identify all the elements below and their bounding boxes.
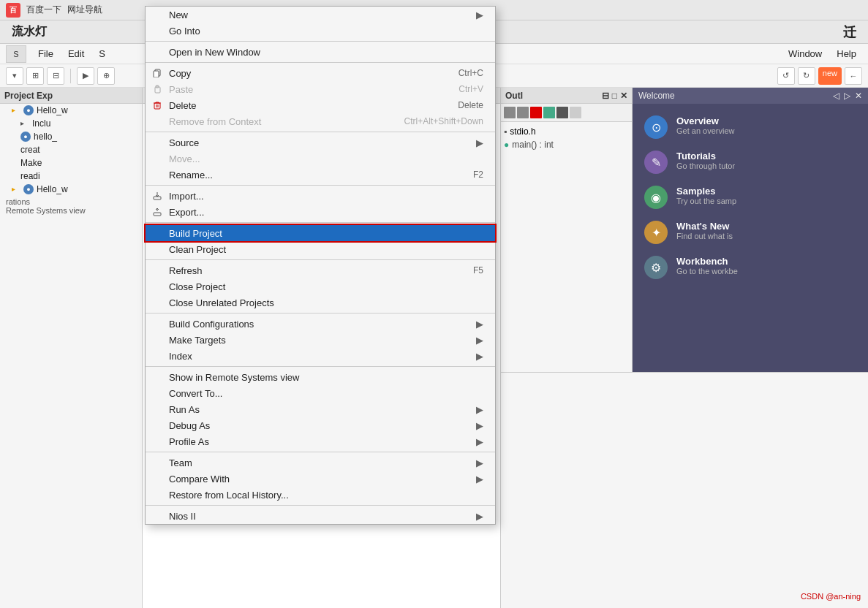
separator-8: [146, 366, 495, 367]
svg-rect-4: [154, 103, 160, 109]
menu-item-rename[interactable]: Rename... F2: [146, 167, 495, 183]
nios2-arrow: ▶: [476, 511, 483, 522]
remove-context-shortcut: Ctrl+Alt+Shift+Down: [404, 116, 483, 126]
separator-4: [146, 185, 495, 186]
menu-item-source[interactable]: Source ▶: [146, 134, 495, 151]
menu-item-new[interactable]: New ▶: [146, 7, 495, 23]
menu-item-build-project[interactable]: Build Project: [146, 225, 495, 241]
separator-7: [146, 313, 495, 314]
build-configs-arrow: ▶: [476, 319, 483, 330]
svg-rect-1: [154, 71, 159, 77]
menu-item-export[interactable]: Export...: [146, 204, 495, 220]
menu-item-close-project[interactable]: Close Project: [146, 278, 495, 294]
menu-item-index[interactable]: Index ▶: [146, 348, 495, 364]
svg-rect-6: [154, 213, 161, 216]
separator-9: [146, 452, 495, 452]
separator-3: [146, 132, 495, 132]
separator-5: [146, 222, 495, 223]
menu-item-move: Move...: [146, 151, 495, 167]
paste-icon: [150, 82, 165, 96]
debug-as-arrow: ▶: [476, 420, 483, 431]
menu-item-profile-as[interactable]: Profile As ▶: [146, 433, 495, 449]
menu-item-convert-to[interactable]: Convert To...: [146, 385, 495, 401]
context-menu: New ▶ Go Into Open in New Window Copy Ct…: [145, 6, 496, 525]
menu-item-import[interactable]: Import...: [146, 188, 495, 204]
compare-arrow: ▶: [476, 474, 483, 484]
rename-shortcut: F2: [473, 170, 483, 180]
separator-10: [146, 505, 495, 506]
delete-shortcut: Delete: [458, 100, 483, 110]
run-as-arrow: ▶: [476, 404, 483, 415]
menu-item-paste: Paste Ctrl+V: [146, 81, 495, 97]
refresh-shortcut: F5: [473, 265, 483, 276]
menu-item-build-configs[interactable]: Build Configurations ▶: [146, 316, 495, 332]
paste-shortcut: Ctrl+V: [458, 84, 483, 94]
separator-6: [146, 259, 495, 260]
menu-item-close-unrelated[interactable]: Close Unrelated Projects: [146, 294, 495, 311]
team-arrow: ▶: [476, 457, 483, 468]
menu-item-clean-project[interactable]: Clean Project: [146, 241, 495, 257]
context-menu-overlay: New ▶ Go Into Open in New Window Copy Ct…: [0, 0, 868, 608]
menu-item-go-into[interactable]: Go Into: [146, 23, 495, 39]
copy-shortcut: Ctrl+C: [458, 68, 483, 78]
menu-item-refresh[interactable]: Refresh F5: [146, 262, 495, 278]
menu-item-nios2[interactable]: Nios II ▶: [146, 508, 495, 524]
menu-item-delete[interactable]: Delete Delete: [146, 97, 495, 113]
profile-as-arrow: ▶: [476, 436, 483, 447]
export-icon: [150, 205, 165, 219]
make-targets-arrow: ▶: [476, 335, 483, 346]
menu-item-remove-context: Remove from Context Ctrl+Alt+Shift+Down: [146, 113, 495, 129]
menu-item-compare-with[interactable]: Compare With ▶: [146, 471, 495, 487]
menu-item-run-as[interactable]: Run As ▶: [146, 401, 495, 417]
menu-item-team[interactable]: Team ▶: [146, 455, 495, 471]
menu-item-show-remote[interactable]: Show in Remote Systems view: [146, 369, 495, 385]
menu-item-make-targets[interactable]: Make Targets ▶: [146, 332, 495, 348]
delete-icon: [150, 98, 165, 113]
svg-rect-3: [156, 86, 159, 88]
menu-item-debug-as[interactable]: Debug As ▶: [146, 417, 495, 433]
separator-1: [146, 41, 495, 42]
menu-item-copy[interactable]: Copy Ctrl+C: [146, 65, 495, 81]
index-arrow: ▶: [476, 351, 483, 362]
source-arrow: ▶: [476, 137, 483, 148]
separator-2: [146, 62, 495, 63]
menu-item-restore-history[interactable]: Restore from Local History...: [146, 487, 495, 503]
menu-item-open-new-window[interactable]: Open in New Window: [146, 44, 495, 60]
import-icon: [150, 189, 165, 203]
copy-icon: [150, 66, 165, 80]
new-arrow: ▶: [476, 10, 483, 20]
